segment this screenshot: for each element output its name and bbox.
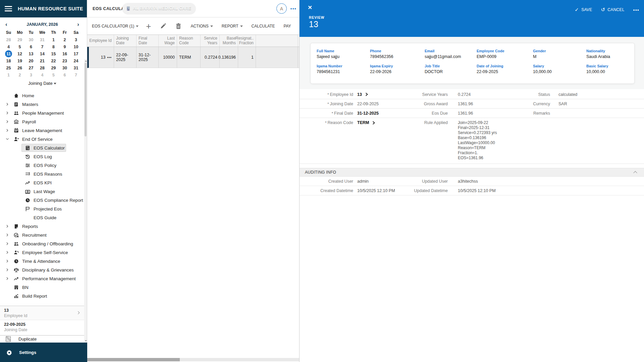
scroll-down-icon[interactable] xyxy=(85,340,87,342)
calendar-day[interactable]: 12 xyxy=(14,50,25,57)
calendar-day[interactable]: 4 xyxy=(3,43,14,50)
sidebar-item-eos-reasons[interactable]: EOS Reasons xyxy=(0,170,87,178)
table-cell[interactable]: 1 xyxy=(238,47,256,68)
calendar-day[interactable]: 29 xyxy=(48,64,59,71)
chevron-right-icon[interactable] xyxy=(365,93,369,96)
calendar-next-icon[interactable]: › xyxy=(77,21,79,27)
pay-button[interactable]: PAY xyxy=(283,24,291,28)
calendar-day[interactable]: 13 xyxy=(25,50,37,57)
scrollbar-thumb[interactable] xyxy=(85,63,87,136)
calendar-day[interactable]: 30 xyxy=(25,36,37,43)
sidebar-item-bn[interactable]: BN xyxy=(0,283,87,292)
sidebar-item-masters[interactable]: Masters xyxy=(0,100,87,109)
calendar-day[interactable]: 22 xyxy=(48,57,59,64)
chevron-right-icon[interactable] xyxy=(6,225,9,228)
calendar-day[interactable]: 17 xyxy=(70,50,82,57)
sidebar-footer-card[interactable]: 13Employee Id xyxy=(0,306,84,320)
field-value[interactable]: 31-12-2025 xyxy=(353,111,401,116)
table-row[interactable]: 13•••22-09-202531-12-202510000TERM0.2724… xyxy=(87,47,299,68)
table-cell[interactable]: 31-12-2025 xyxy=(137,47,159,68)
sidebar-item-onboarding-offboarding[interactable]: Onboarding / Offboarding xyxy=(0,239,87,248)
calendar-day[interactable]: 6 xyxy=(25,43,37,50)
table-cell[interactable]: 13••• xyxy=(89,47,114,68)
calendar-day[interactable]: 1 xyxy=(3,71,14,78)
calendar-day[interactable]: 6 xyxy=(59,71,70,78)
view-selector[interactable]: EOS CALCULATOR (1) xyxy=(92,24,139,28)
calendar-day[interactable]: 14 xyxy=(37,50,48,57)
sidebar-item-time-attendance[interactable]: Time & Attendance xyxy=(0,257,87,265)
calendar-day[interactable]: 3 xyxy=(25,71,37,78)
calendar-day[interactable]: 1 xyxy=(48,36,59,43)
calendar-day[interactable]: 4 xyxy=(37,71,48,78)
chevron-right-icon[interactable] xyxy=(6,129,9,132)
calendar-day[interactable]: 15 xyxy=(48,50,59,57)
calculate-button[interactable]: CALCULATE xyxy=(252,24,275,28)
calendar-day[interactable]: 31 xyxy=(37,36,48,43)
column-header[interactable]: Joining Date xyxy=(114,35,137,47)
edit-button[interactable] xyxy=(160,23,166,29)
column-header[interactable]: Reason Code xyxy=(177,35,201,47)
table-cell[interactable]: TERM xyxy=(177,47,201,68)
scroll-up-icon[interactable] xyxy=(85,60,87,62)
calendar-day[interactable]: 16 xyxy=(59,50,70,57)
chevron-right-icon[interactable] xyxy=(372,121,376,125)
calendar-day[interactable]: 18 xyxy=(3,57,14,64)
actions-menu[interactable]: ACTIONS xyxy=(191,24,213,28)
delete-button[interactable] xyxy=(175,23,182,29)
calendar-day[interactable]: 21 xyxy=(37,57,48,64)
auditing-section-header[interactable]: AUDITING INFO xyxy=(300,168,644,177)
company-selector[interactable]: AL BARAYA MEDICAL CARE COMPANY xyxy=(122,3,196,14)
add-button[interactable]: + xyxy=(146,23,151,29)
sidebar-item-eos-kpi[interactable]: EOS KPI xyxy=(0,178,87,187)
calendar-day[interactable]: 26 xyxy=(14,64,25,71)
column-header[interactable]: Employee Id xyxy=(87,35,114,47)
chevron-right-icon[interactable] xyxy=(6,277,9,280)
horizontal-scrollbar[interactable] xyxy=(87,358,299,361)
sidebar-item-payroll[interactable]: Payroll xyxy=(0,117,87,126)
sidebar-item-recruitment[interactable]: Recruitment xyxy=(0,231,87,239)
calendar-day[interactable]: 28 xyxy=(37,64,48,71)
sidebar-item-reports[interactable]: Reports xyxy=(0,222,87,231)
calendar-day[interactable]: 30 xyxy=(59,64,70,71)
calendar-day[interactable]: 3 xyxy=(70,36,82,43)
sidebar-scrollbar[interactable] xyxy=(84,59,87,343)
calendar-day[interactable]: 10 xyxy=(70,43,82,50)
chevron-right-icon[interactable] xyxy=(6,111,9,115)
field-value[interactable]: 13 xyxy=(353,92,401,97)
column-header[interactable]: Last Wage xyxy=(159,35,177,47)
chevron-down-icon[interactable] xyxy=(6,137,9,141)
calendar-day[interactable]: 23 xyxy=(59,57,70,64)
chevron-right-icon[interactable] xyxy=(6,103,9,106)
field-value[interactable]: TERM xyxy=(353,120,401,125)
avatar[interactable]: A xyxy=(276,3,287,14)
sidebar-item-build-report[interactable]: Build Report xyxy=(0,292,87,300)
sidebar-item-leave-management[interactable]: Leave Management xyxy=(0,126,87,135)
calendar-day[interactable]: 24 xyxy=(70,57,82,64)
report-menu[interactable]: REPORT xyxy=(222,24,243,28)
table-cell[interactable]: 10000 xyxy=(159,47,177,68)
close-icon[interactable]: × xyxy=(308,3,312,11)
calendar-day[interactable]: 7 xyxy=(37,43,48,50)
calendar-day[interactable]: 29 xyxy=(14,36,25,43)
sidebar-item-eos-compliance-report[interactable]: EOS Compliance Report xyxy=(0,196,87,204)
calendar-day[interactable]: 25 xyxy=(3,64,14,71)
sidebar-item-eos-calculator[interactable]: EOS Calculator xyxy=(0,143,87,152)
duplicate-button[interactable]: Duplicate xyxy=(0,335,85,343)
cancel-button[interactable]: ↺CANCEL xyxy=(601,7,624,13)
sidebar-item-eos-guide[interactable]: EOS Guide xyxy=(0,213,87,222)
sidebar-item-eos-policy[interactable]: EOS Policy xyxy=(0,161,87,170)
calendar-day[interactable]: 20 xyxy=(25,57,37,64)
sidebar-item-last-wage[interactable]: Last Wage xyxy=(0,187,87,196)
table-cell[interactable]: 0.2724 xyxy=(201,47,220,68)
save-button[interactable]: ✓SAVE xyxy=(575,7,592,13)
calendar-field-selector[interactable]: Joining Date xyxy=(3,78,82,88)
sidebar-item-people-management[interactable]: People Management xyxy=(0,109,87,117)
calendar-day[interactable]: 7 xyxy=(70,71,82,78)
chevron-right-icon[interactable] xyxy=(6,242,9,245)
chevron-right-icon[interactable] xyxy=(6,251,9,254)
sidebar-item-projected-eos[interactable]: Projected Eos xyxy=(0,204,87,213)
settings-button[interactable]: Settings xyxy=(0,343,87,362)
calendar-day[interactable]: 9 xyxy=(59,43,70,50)
calendar-day-selected[interactable]: 11 xyxy=(3,50,14,57)
more-menu-icon[interactable]: ••• xyxy=(633,7,639,12)
